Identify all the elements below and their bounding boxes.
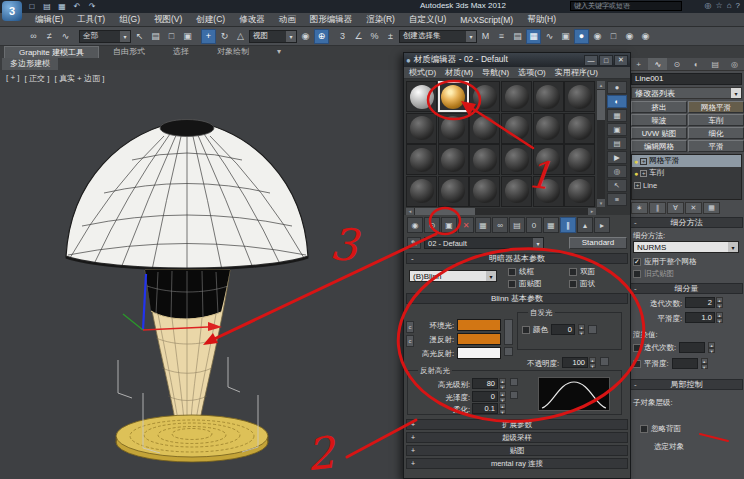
rollout-expand-icon[interactable]: + bbox=[411, 421, 415, 428]
visibility-bulb-icon[interactable]: ● bbox=[634, 158, 638, 165]
ignore-backfacing-checkbox[interactable] bbox=[640, 425, 648, 433]
rollout-mental-ray[interactable]: + mental ray 连接 bbox=[406, 458, 628, 469]
nurms-dropdown[interactable]: NURMS ▾ bbox=[633, 241, 739, 253]
render-iterations-checkbox[interactable] bbox=[633, 344, 641, 352]
sample-slot-1[interactable] bbox=[406, 81, 437, 112]
tessellate-button[interactable]: 细化 bbox=[688, 127, 744, 139]
chevron-down-icon[interactable]: ▾ bbox=[466, 31, 476, 42]
chevron-down-icon[interactable]: ▾ bbox=[533, 238, 543, 248]
menu-navigation[interactable]: 导航(N) bbox=[482, 67, 509, 78]
slots-vertical-scrollbar[interactable]: ▴ ▾ bbox=[597, 81, 605, 207]
select-object-icon[interactable]: ↖ bbox=[132, 29, 147, 44]
tab-freeform[interactable]: 自由形式 bbox=[99, 46, 159, 58]
sample-slot-15[interactable] bbox=[469, 144, 500, 175]
show-end-result-icon[interactable]: ∥ bbox=[649, 202, 666, 214]
open-doc-icon[interactable]: ▤ bbox=[41, 1, 53, 12]
menu-utilities[interactable]: 实用程序(U) bbox=[555, 67, 598, 78]
glossiness-map-button[interactable] bbox=[510, 391, 518, 399]
selfillum-color-checkbox[interactable] bbox=[522, 326, 530, 334]
object-name-field[interactable]: Line001 bbox=[631, 73, 742, 85]
percent-snap-icon[interactable]: % bbox=[367, 29, 382, 44]
tab-object-paint[interactable]: 对象绘制 bbox=[203, 46, 263, 58]
sample-slot-20[interactable] bbox=[438, 176, 469, 207]
stack-item-meshsmooth[interactable]: ● + 网格平滑 bbox=[632, 155, 741, 167]
spinner-snap-icon[interactable]: ± bbox=[383, 29, 398, 44]
material-editor-titlebar[interactable]: ● 材质编辑器 - 02 - Default — □ ✕ bbox=[404, 53, 630, 67]
material-name-dropdown[interactable]: 02 - Default ▾ bbox=[424, 237, 544, 249]
make-unique-icon[interactable]: ∀ bbox=[667, 202, 684, 214]
spin-down-icon[interactable]: ▾ bbox=[589, 363, 596, 369]
old-mapping-checkbox[interactable] bbox=[633, 270, 641, 278]
utilities-tab-icon[interactable]: ◎ bbox=[725, 58, 744, 70]
menu-tools[interactable]: 工具(T) bbox=[70, 14, 112, 26]
sample-slot-3[interactable] bbox=[469, 81, 500, 112]
menu-customize[interactable]: 自定义(U) bbox=[402, 14, 453, 26]
spin-down-icon[interactable]: ▾ bbox=[716, 303, 723, 309]
coord-system-dropdown[interactable]: 视图 ▾ bbox=[249, 30, 297, 43]
glossiness-field[interactable]: 0 bbox=[472, 391, 498, 402]
selfillum-map-button[interactable] bbox=[588, 325, 597, 334]
render-iterative-icon[interactable]: ◉ bbox=[638, 29, 653, 44]
sample-slot-2-selected[interactable] bbox=[438, 81, 469, 112]
favorites-icon[interactable]: ☆ bbox=[716, 1, 723, 10]
close-button[interactable]: ✕ bbox=[614, 55, 628, 66]
spin-down-icon[interactable]: ▾ bbox=[499, 397, 506, 403]
menu-graph-editors[interactable]: 图形编辑器 bbox=[303, 14, 360, 26]
get-material-icon[interactable]: ◉ bbox=[407, 217, 423, 233]
sample-slot-24[interactable] bbox=[564, 176, 595, 207]
meshsmooth-button[interactable]: 网格平滑 bbox=[688, 101, 744, 113]
opacity-spinner[interactable]: ▴▾ bbox=[589, 357, 596, 368]
scroll-up-icon[interactable]: ▴ bbox=[597, 81, 605, 89]
select-by-name-icon[interactable]: ▤ bbox=[148, 29, 163, 44]
sample-slot-9[interactable] bbox=[469, 113, 500, 144]
mirror-icon[interactable]: M bbox=[478, 29, 493, 44]
redo-icon[interactable]: ↷ bbox=[86, 1, 98, 12]
rollout-collapse-icon[interactable]: - bbox=[634, 380, 637, 389]
undo-icon[interactable]: ↶ bbox=[71, 1, 83, 12]
faceted-checkbox[interactable] bbox=[569, 280, 577, 288]
sample-slot-14[interactable] bbox=[438, 144, 469, 175]
rollout-subdivision-amount[interactable]: - 细分量 bbox=[630, 283, 743, 294]
tab-graphite-modeling[interactable]: Graphite 建模工具 bbox=[4, 46, 99, 58]
expand-icon[interactable]: + bbox=[640, 158, 647, 165]
assign-material-to-selection-icon[interactable]: ▣ bbox=[441, 217, 457, 233]
angle-snap-icon[interactable]: ∠ bbox=[351, 29, 366, 44]
ribbon-minimize-icon[interactable]: ▾ bbox=[263, 46, 295, 58]
soften-field[interactable]: 0.1 bbox=[472, 403, 498, 414]
smoothness-spinner[interactable]: ▴▾ bbox=[716, 312, 723, 323]
rollout-expand-icon[interactable]: + bbox=[411, 460, 415, 467]
menu-edit[interactable]: 编辑(E) bbox=[28, 14, 70, 26]
menu-modes[interactable]: 模式(D) bbox=[409, 67, 436, 78]
rollout-shader-basic[interactable]: - 明暗器基本参数 bbox=[406, 253, 628, 264]
remove-modifier-icon[interactable]: ✕ bbox=[685, 202, 702, 214]
select-rotate-icon[interactable]: ↻ bbox=[217, 29, 232, 44]
render-smoothness-spinner[interactable]: ▴▾ bbox=[701, 358, 708, 369]
render-iterations-field[interactable] bbox=[679, 342, 705, 353]
motion-tab-icon[interactable]: ◐ bbox=[687, 58, 706, 70]
viewport-menu-general[interactable]: [ + ] bbox=[6, 73, 20, 84]
menu-group[interactable]: 组(G) bbox=[112, 14, 147, 26]
specular-map-button[interactable] bbox=[504, 347, 513, 356]
specular-level-spinner[interactable]: ▴▾ bbox=[499, 378, 506, 389]
put-to-scene-icon[interactable]: ⊙ bbox=[424, 217, 440, 233]
specular-level-field[interactable]: 80 bbox=[472, 378, 498, 389]
soften-spinner[interactable]: ▴▾ bbox=[499, 403, 506, 414]
expand-icon[interactable]: + bbox=[640, 170, 647, 177]
show-end-result-icon[interactable]: ∥ bbox=[560, 217, 576, 233]
material-id-channel-icon[interactable]: 0 bbox=[526, 217, 542, 233]
menu-create[interactable]: 创建(C) bbox=[189, 14, 232, 26]
background-icon[interactable]: ▦ bbox=[607, 109, 627, 122]
ambient-map-lock-button[interactable] bbox=[504, 319, 513, 345]
sample-slot-18[interactable] bbox=[564, 144, 595, 175]
render-smoothness-checkbox[interactable] bbox=[633, 360, 641, 368]
chevron-down-icon[interactable]: ▾ bbox=[486, 271, 496, 281]
snap-toggle-icon[interactable]: 3 bbox=[335, 29, 350, 44]
use-center-icon[interactable]: ◉ bbox=[298, 29, 313, 44]
lathe-button[interactable]: 车削 bbox=[688, 114, 744, 126]
bind-spacewarp-icon[interactable]: ∿ bbox=[58, 29, 73, 44]
render-iterations-spinner[interactable]: ▴▾ bbox=[708, 342, 715, 353]
help-icon[interactable]: ? bbox=[736, 1, 740, 10]
options-icon[interactable]: ◎ bbox=[607, 165, 627, 178]
sample-slot-12[interactable] bbox=[564, 113, 595, 144]
make-material-copy-icon[interactable]: ▦ bbox=[475, 217, 491, 233]
